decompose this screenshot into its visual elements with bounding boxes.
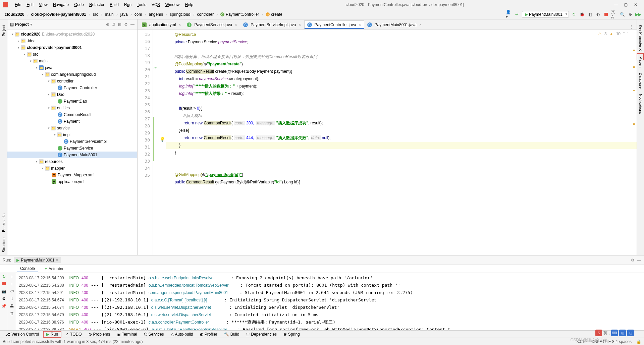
menu-window[interactable]: Window — [163, 2, 182, 7]
crumb-angenin[interactable]: angenin — [147, 11, 165, 17]
settings-icon[interactable]: ⚙ — [627, 11, 633, 17]
crumb-com[interactable]: com — [132, 11, 144, 17]
profile-icon[interactable]: ◐ — [595, 11, 601, 17]
close-icon[interactable]: × — [359, 22, 361, 27]
pin-icon[interactable]: 📌 — [1, 304, 6, 308]
maximize-icon[interactable]: ▢ — [624, 2, 629, 7]
back-icon[interactable]: ↩ — [514, 11, 520, 17]
settings-icon[interactable]: ⚙ — [2, 296, 6, 301]
minimize-icon[interactable]: — — [614, 2, 619, 7]
wrap-icon[interactable]: ⏎ — [10, 289, 14, 294]
run-gutter-icon[interactable]: ⟳ — [154, 66, 157, 70]
ime-grid-icon[interactable]: ⊡ — [627, 330, 634, 336]
actuator-tab[interactable]: ✦ Actuator — [41, 266, 67, 272]
menu-file[interactable]: File — [12, 2, 24, 7]
crumb-class[interactable]: CPaymentController — [218, 11, 261, 17]
crumb-src[interactable]: src — [91, 11, 100, 17]
gear-icon[interactable]: ⚙ — [631, 258, 635, 263]
btab-run[interactable]: ▶Run — [43, 331, 61, 338]
ime-lang[interactable]: 英 , — [603, 330, 610, 336]
crumb-method[interactable]: mcreate — [264, 11, 284, 17]
debug-icon[interactable]: 🐞 — [579, 11, 585, 17]
stripe-bookmarks[interactable]: Bookmarks — [2, 211, 6, 235]
crumb-controller[interactable]: controller — [195, 11, 216, 17]
error-stripe-mark[interactable] — [633, 50, 635, 51]
layout-icon[interactable]: 📷 — [1, 289, 6, 294]
menu-run[interactable]: Run — [121, 2, 134, 7]
lock-icon[interactable]: 🔒 — [636, 339, 641, 344]
menu-vcs[interactable]: VCS — [149, 2, 163, 7]
close-icon[interactable]: ✕ — [634, 2, 639, 7]
menu-code[interactable]: Code — [71, 2, 87, 7]
error-stripe-mark[interactable] — [633, 123, 635, 125]
project-tree[interactable]: ▾📁cloud2020E:\idea-workspace\cloud2020 ▸… — [7, 30, 137, 255]
close-icon[interactable]: × — [419, 22, 422, 27]
menu-edit[interactable]: Edit — [24, 2, 36, 7]
stripe-notifications[interactable]: Notifications — [639, 91, 643, 117]
ime-key-icon[interactable]: ⌨ — [611, 330, 618, 336]
btab-autobuild[interactable]: △ Auto-build — [168, 332, 196, 337]
stop-icon[interactable] — [603, 11, 609, 17]
close-icon[interactable]: × — [299, 22, 301, 27]
menu-view[interactable]: View — [36, 2, 50, 7]
user-icon[interactable]: 👤▾ — [506, 11, 512, 17]
clear-icon[interactable]: 🗑 — [10, 311, 14, 316]
hide-icon[interactable]: — — [130, 22, 135, 27]
code-editor[interactable]: @Resource private PaymentService payment… — [159, 30, 637, 255]
stripe-maven[interactable]: Maven — [639, 54, 643, 70]
crumb-java[interactable]: java — [118, 11, 130, 17]
menu-build[interactable]: Build — [107, 2, 121, 7]
search-icon[interactable]: 🔍 — [619, 11, 625, 17]
down-icon[interactable]: ↓ — [11, 282, 13, 286]
select-opened-icon[interactable]: ⊕ — [106, 22, 109, 27]
ime-logo-icon[interactable]: S — [595, 330, 602, 336]
run-tab[interactable]: ▶PaymentMain8001× — [14, 257, 61, 263]
menu-navigate[interactable]: Navigate — [50, 2, 71, 7]
menu-help[interactable]: Help — [182, 2, 196, 7]
ime-tool-icon[interactable]: ⊞ — [619, 330, 626, 336]
expand-icon[interactable]: ⇵ — [112, 22, 115, 27]
up-icon[interactable]: ↑ — [11, 274, 13, 279]
btab-terminal[interactable]: ▣ Terminal — [114, 332, 140, 337]
error-stripe-mark[interactable] — [633, 66, 635, 68]
run-icon[interactable]: ↻ — [571, 11, 577, 17]
print-icon[interactable]: 🖶 — [10, 304, 14, 308]
scroll-icon[interactable]: ⤓ — [10, 296, 14, 301]
btab-build[interactable]: 🔨 Build — [221, 332, 242, 337]
btab-todo[interactable]: ✓ TODO — [63, 332, 84, 337]
gear-icon[interactable]: ⚙ — [124, 22, 128, 27]
translate-icon[interactable]: 文A — [611, 11, 617, 17]
project-title[interactable]: Project — [15, 22, 29, 27]
tab-payment-service-impl[interactable]: CPaymentServiceImpl.java× — [240, 20, 304, 29]
tab-application-yml[interactable]: yapplication.yml× — [139, 20, 184, 29]
btab-dependencies[interactable]: ⬚ Dependencies — [243, 332, 279, 337]
hide-icon[interactable]: — — [637, 258, 641, 263]
crumb-springcloud[interactable]: springcloud — [168, 11, 192, 17]
collapse-icon[interactable]: ⊟ — [118, 22, 121, 27]
chevron-down-icon[interactable]: ▾ — [30, 22, 32, 27]
rerun-icon[interactable]: ↻ — [2, 274, 6, 279]
coverage-icon[interactable]: ◧ — [587, 11, 593, 17]
stop-icon[interactable] — [2, 282, 6, 286]
stripe-project[interactable]: Project — [2, 22, 6, 39]
tab-payment-main[interactable]: CPaymentMain8001.java× — [364, 20, 425, 29]
error-stripe-mark[interactable] — [633, 90, 635, 91]
stripe-database[interactable]: Database — [639, 70, 643, 91]
btab-services[interactable]: ⬡ Services — [141, 332, 167, 337]
intention-bulb-icon[interactable]: 💡 — [160, 137, 165, 142]
run-config-selector[interactable]: ▶ PaymentMain8001 — [522, 11, 569, 18]
crumb-module[interactable]: cloud-provider-payment8001 — [29, 11, 88, 17]
stripe-structure[interactable]: Structure — [2, 235, 6, 255]
console-tab[interactable]: Console — [17, 266, 38, 272]
tabs-more-icon[interactable]: ⋮ — [626, 24, 637, 29]
crumb-root[interactable]: cloud2020 — [3, 11, 26, 17]
close-icon[interactable]: × — [235, 22, 237, 27]
stripe-keypromoter[interactable]: Key Promoter X — [639, 22, 643, 54]
menu-refactor[interactable]: Refactor — [87, 2, 107, 7]
close-icon[interactable]: × — [178, 22, 181, 27]
run-anything-icon[interactable]: ▶▶ — [635, 11, 641, 17]
tab-payment-service[interactable]: IPaymentService.java× — [184, 20, 240, 29]
console-output[interactable]: 2023-08-17 22:15:54.209 INFO 400 --- [ r… — [16, 273, 644, 330]
btab-problems[interactable]: ⊘ Problems — [86, 332, 113, 337]
inspections-widget[interactable]: ⚠3 ▲10 ˆˇ — [598, 32, 629, 36]
